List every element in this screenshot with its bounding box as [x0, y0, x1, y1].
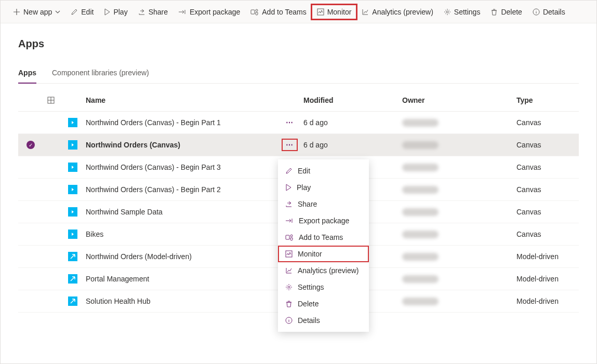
svg-rect-8	[286, 251, 292, 257]
play-icon	[104, 8, 110, 16]
ctx-delete[interactable]: Delete	[278, 295, 369, 312]
col-owner[interactable]: Owner	[402, 96, 516, 104]
ctx-analytics[interactable]: Analytics (preview)	[278, 262, 369, 279]
ctx-share-label: Share	[298, 200, 317, 208]
type-cell: Canvas	[516, 141, 579, 149]
app-name[interactable]: Bikes	[86, 230, 283, 238]
type-cell: Model-driven	[516, 297, 579, 305]
ctx-teams-label: Add to Teams	[299, 233, 343, 241]
col-name[interactable]: Name	[86, 96, 283, 104]
app-name[interactable]: Northwind Orders (Canvas) - Begin Part 2	[86, 185, 283, 194]
app-type-icon	[68, 207, 77, 217]
app-name[interactable]: Northwind Orders (Model-driven)	[86, 252, 283, 261]
type-cell: Canvas	[516, 163, 579, 171]
monitor-button[interactable]: Monitor	[312, 5, 357, 19]
owner-cell	[402, 141, 516, 149]
app-type-icon	[68, 296, 77, 306]
analytics-label: Analytics (preview)	[372, 8, 433, 16]
app-type-icon	[68, 185, 77, 194]
analytics-button[interactable]: Analytics (preview)	[356, 5, 438, 19]
gear-icon	[285, 284, 293, 291]
new-app-label: New app	[23, 8, 52, 16]
owner-cell	[402, 119, 516, 127]
export-icon	[285, 217, 294, 224]
svg-point-1	[256, 9, 258, 11]
app-type-icon	[68, 252, 77, 261]
select-view-button[interactable]	[47, 97, 68, 104]
details-button[interactable]: Details	[527, 5, 571, 19]
plus-icon	[13, 8, 20, 16]
app-type-icon	[68, 230, 77, 239]
ctx-play-label: Play	[297, 183, 311, 192]
ctx-monitor[interactable]: Monitor	[278, 246, 369, 262]
settings-button[interactable]: Settings	[439, 5, 486, 19]
monitor-icon	[317, 8, 324, 16]
share-label: Share	[149, 8, 168, 16]
trash-icon	[490, 8, 498, 16]
edit-label: Edit	[81, 8, 94, 16]
tab-apps-label: Apps	[18, 69, 36, 77]
page-title: Apps	[18, 38, 579, 50]
app-name[interactable]: Northwind Orders (Canvas) - Begin Part 1	[86, 118, 283, 127]
ctx-settings[interactable]: Settings	[278, 279, 369, 295]
svg-point-9	[288, 286, 290, 288]
pencil-icon	[71, 8, 78, 16]
app-type-icon	[68, 274, 77, 284]
ctx-details[interactable]: Details	[278, 312, 369, 329]
type-cell: Canvas	[516, 208, 579, 216]
more-actions-button[interactable]: ⋯	[283, 117, 297, 128]
ctx-export[interactable]: Export package	[278, 212, 369, 229]
col-type[interactable]: Type	[516, 96, 579, 104]
play-button[interactable]: Play	[99, 5, 132, 19]
export-package-button[interactable]: Export package	[173, 5, 245, 19]
app-name[interactable]: Northwind Orders (Canvas)	[86, 141, 283, 149]
details-label: Details	[543, 8, 565, 16]
app-type-icon	[68, 163, 77, 172]
more-actions-button[interactable]: ⋯	[283, 140, 297, 150]
ctx-monitor-label: Monitor	[298, 250, 322, 258]
table-row[interactable]: ✓Northwind Orders (Canvas)⋯6 d agoCanvas	[18, 134, 579, 156]
monitor-icon	[285, 250, 293, 258]
table-row[interactable]: Northwind Orders (Canvas) - Begin Part 1…	[18, 112, 579, 134]
new-app-button[interactable]: New app	[8, 5, 65, 19]
col-modified[interactable]: Modified	[303, 96, 402, 104]
app-name[interactable]: Portal Management	[86, 275, 283, 283]
ctx-teams[interactable]: Add to Teams	[278, 229, 369, 246]
add-to-teams-button[interactable]: Add to Teams	[245, 5, 311, 19]
ctx-play[interactable]: Play	[278, 179, 369, 196]
svg-rect-2	[317, 9, 324, 15]
tab-apps[interactable]: Apps	[18, 63, 36, 83]
svg-rect-6	[286, 235, 289, 239]
teams-icon	[285, 234, 294, 241]
play-icon	[285, 184, 291, 191]
command-bar: New app Edit Play Share Export package A…	[1, 1, 596, 23]
modified-cell: 6 d ago	[303, 118, 402, 127]
info-icon	[285, 317, 293, 324]
tab-component-libraries[interactable]: Component libraries (preview)	[52, 63, 149, 83]
app-type-icon	[68, 118, 77, 127]
ctx-export-label: Export package	[299, 217, 349, 225]
analytics-icon	[285, 267, 293, 274]
type-cell: Canvas	[516, 118, 579, 127]
ctx-edit[interactable]: Edit	[278, 163, 369, 179]
delete-button[interactable]: Delete	[485, 5, 527, 19]
export-icon	[178, 8, 187, 16]
share-button[interactable]: Share	[133, 5, 173, 19]
monitor-label: Monitor	[327, 8, 352, 16]
owner-cell	[402, 253, 516, 261]
type-cell: Canvas	[516, 185, 579, 194]
modified-cell: 6 d ago	[303, 141, 402, 149]
app-name[interactable]: Northwind Orders (Canvas) - Begin Part 3	[86, 163, 283, 171]
pencil-icon	[285, 167, 293, 174]
app-name[interactable]: Solution Health Hub	[86, 297, 283, 305]
teams-label: Add to Teams	[262, 8, 306, 16]
app-name[interactable]: Northwind Sample Data	[86, 208, 283, 216]
owner-cell	[402, 275, 516, 283]
ctx-delete-label: Delete	[298, 300, 319, 308]
type-cell: Model-driven	[516, 275, 579, 283]
ctx-share[interactable]: Share	[278, 196, 369, 212]
checkmark-icon: ✓	[26, 141, 35, 149]
delete-label: Delete	[501, 8, 522, 16]
owner-cell	[402, 186, 516, 194]
edit-button[interactable]: Edit	[65, 5, 99, 19]
